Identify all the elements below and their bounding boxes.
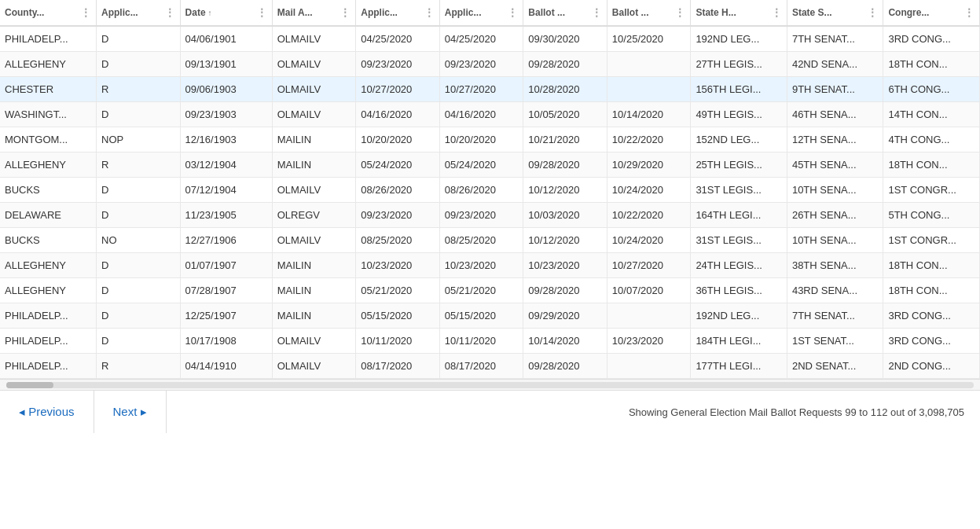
column-menu-applic1[interactable]: ⋮ [164,6,175,19]
horizontal-scrollbar[interactable] [0,379,980,390]
column-header-county[interactable]: County...⋮ [0,0,97,26]
column-header-applic3[interactable]: Applic...⋮ [439,0,523,26]
column-header-mail[interactable]: Mail A...⋮ [272,0,356,26]
cell-county: PHILADELP... [0,354,97,379]
cell-mail: OLMAILV [272,178,356,203]
column-menu-ballot1[interactable]: ⋮ [591,6,602,19]
cell-date: 12/25/1907 [180,303,272,329]
table-row[interactable]: ALLEGHENYR03/12/1904MAILIN05/24/202005/2… [0,152,980,178]
cell-applic3: 04/16/2020 [439,102,523,127]
table-row[interactable]: MONTGOM...NOP12/16/1903MAILIN10/20/20201… [0,127,980,152]
column-label-stateh: State H... [696,7,736,18]
cell-applic1: D [97,52,181,77]
cell-applic3: 05/24/2020 [439,152,523,178]
column-menu-ballot2[interactable]: ⋮ [674,6,685,19]
column-header-applic2[interactable]: Applic...⋮ [356,0,440,26]
table-row[interactable]: ALLEGHENYD07/28/1907MAILIN05/21/202005/2… [0,278,980,303]
table-row[interactable]: PHILADELP...D12/25/1907MAILIN05/15/20200… [0,303,980,329]
column-menu-applic3[interactable]: ⋮ [507,6,518,19]
cell-ballot1: 10/21/2020 [523,127,607,152]
cell-ballot1: 10/12/2020 [523,178,607,203]
column-menu-applic2[interactable]: ⋮ [424,6,435,19]
column-label-mail: Mail A... [277,7,313,18]
cell-ballot2: 10/29/2020 [607,152,691,178]
cell-applic3: 08/17/2020 [439,354,523,379]
cell-ballot2 [607,77,691,102]
column-menu-mail[interactable]: ⋮ [340,6,351,19]
cell-congre: 1ST CONGR... [883,178,980,203]
cell-stateh: 192ND LEG... [691,303,787,329]
column-header-date[interactable]: Date↑⋮ [180,0,272,26]
cell-ballot2: 10/27/2020 [607,253,691,278]
column-label-ballot1: Ballot ... [528,7,565,18]
cell-county: MONTGOM... [0,127,97,152]
cell-applic3: 08/26/2020 [439,178,523,203]
column-menu-date[interactable]: ⋮ [256,6,267,19]
cell-applic1: R [97,152,181,178]
next-button[interactable]: Next ▸ [94,391,167,433]
cell-stateh: 31ST LEGIS... [691,228,787,253]
cell-congre: 18TH CON... [883,278,980,303]
cell-ballot2 [607,354,691,379]
cell-date: 07/28/1907 [180,278,272,303]
cell-ballot2: 10/23/2020 [607,329,691,354]
cell-ballot1: 10/23/2020 [523,253,607,278]
cell-ballot1: 09/29/2020 [523,303,607,329]
column-menu-states[interactable]: ⋮ [867,6,878,19]
column-label-applic1: Applic... [101,7,138,18]
cell-states: 38TH SENA... [787,253,883,278]
cell-date: 04/14/1910 [180,354,272,379]
cell-ballot2 [607,52,691,77]
cell-county: ALLEGHENY [0,278,97,303]
cell-applic3: 04/25/2020 [439,26,523,52]
cell-stateh: 184TH LEGI... [691,329,787,354]
cell-applic2: 08/25/2020 [356,228,440,253]
cell-stateh: 164TH LEGI... [691,203,787,228]
cell-applic1: D [97,278,181,303]
cell-applic2: 04/16/2020 [356,102,440,127]
column-menu-congre[interactable]: ⋮ [963,6,974,19]
column-header-states[interactable]: State S...⋮ [787,0,883,26]
cell-ballot1: 09/28/2020 [523,152,607,178]
cell-congre: 3RD CONG... [883,329,980,354]
column-header-congre[interactable]: Congre...⋮ [883,0,980,26]
table-row[interactable]: PHILADELP...D04/06/1901OLMAILV04/25/2020… [0,26,980,52]
cell-applic3: 09/23/2020 [439,203,523,228]
column-header-ballot2[interactable]: Ballot ...⋮ [607,0,691,26]
table-row[interactable]: ALLEGHENYD09/13/1901OLMAILV09/23/202009/… [0,52,980,77]
cell-mail: OLMAILV [272,52,356,77]
previous-button[interactable]: ◂ Previous [0,391,94,433]
table-row[interactable]: PHILADELP...D10/17/1908OLMAILV10/11/2020… [0,329,980,354]
column-header-ballot1[interactable]: Ballot ...⋮ [523,0,607,26]
table-row[interactable]: DELAWARED11/23/1905OLREGV09/23/202009/23… [0,203,980,228]
cell-applic2: 09/23/2020 [356,52,440,77]
scrollbar-thumb[interactable] [6,382,53,388]
table-row[interactable]: WASHINGT...D09/23/1903OLMAILV04/16/20200… [0,102,980,127]
table-row[interactable]: BUCKSD07/12/1904OLMAILV08/26/202008/26/2… [0,178,980,203]
column-menu-county[interactable]: ⋮ [80,6,91,19]
cell-congre: 3RD CONG... [883,26,980,52]
table-row[interactable]: ALLEGHENYD01/07/1907MAILIN10/23/202010/2… [0,253,980,278]
cell-ballot1: 10/14/2020 [523,329,607,354]
cell-county: DELAWARE [0,203,97,228]
table-row[interactable]: CHESTERR09/06/1903OLMAILV10/27/202010/27… [0,77,980,102]
cell-ballot1: 10/05/2020 [523,102,607,127]
cell-date: 11/23/1905 [180,203,272,228]
table-row[interactable]: BUCKSNO12/27/1906OLMAILV08/25/202008/25/… [0,228,980,253]
cell-states: 1ST SENAT... [787,329,883,354]
cell-mail: OLMAILV [272,354,356,379]
cell-applic2: 10/27/2020 [356,77,440,102]
column-menu-stateh[interactable]: ⋮ [771,6,782,19]
cell-county: PHILADELP... [0,26,97,52]
cell-stateh: 156TH LEGI... [691,77,787,102]
table-row[interactable]: PHILADELP...R04/14/1910OLMAILV08/17/2020… [0,354,980,379]
cell-ballot1: 09/28/2020 [523,278,607,303]
cell-date: 03/12/1904 [180,152,272,178]
cell-mail: MAILIN [272,303,356,329]
column-header-applic1[interactable]: Applic...⋮ [97,0,181,26]
column-label-county: County... [5,7,44,18]
cell-mail: OLMAILV [272,228,356,253]
cell-ballot2: 10/07/2020 [607,278,691,303]
cell-applic1: NOP [97,127,181,152]
column-header-stateh[interactable]: State H...⋮ [691,0,787,26]
